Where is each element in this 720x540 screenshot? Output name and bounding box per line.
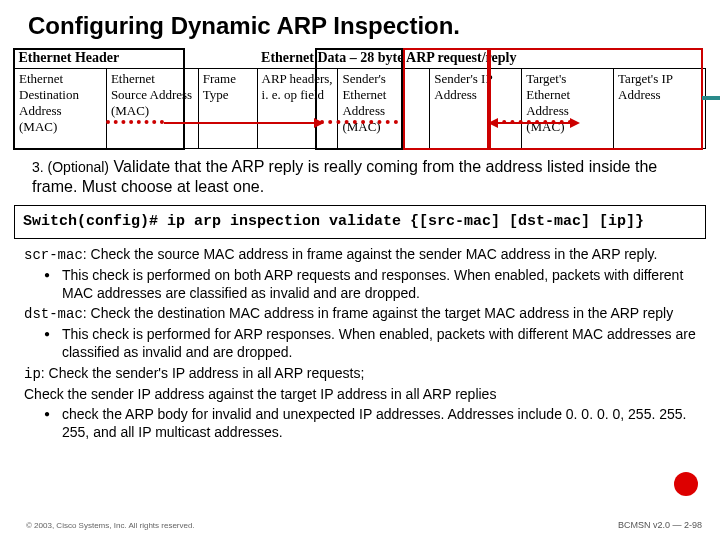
slide-title: Configuring Dynamic ARP Inspection. (0, 0, 720, 44)
arrow-src-link (164, 122, 316, 124)
desc-ip-line2: Check the sender IP address against the … (24, 385, 696, 403)
brace-eth-src (106, 120, 164, 124)
desc-dst-mac: dst-mac: Check the destination MAC addre… (24, 304, 696, 323)
packet-diagram: Ethernet Header Ethernet Data – 28 byte … (14, 50, 706, 149)
arrow-target-link-head-l (488, 118, 498, 128)
red-dot-icon (674, 472, 698, 496)
arrow-src-link-head (314, 118, 324, 128)
command-box: Switch(config)# ip arp inspection valida… (14, 205, 706, 239)
overlay-frame-left (13, 48, 185, 150)
brace-sender-mac (320, 120, 398, 124)
overlay-frame-sender-ip (403, 48, 489, 150)
description-block: scr-mac: Check the source MAC address in… (24, 245, 696, 442)
overlay-frame-right (489, 48, 703, 150)
step-body: Validate that the ARP reply is really co… (32, 158, 657, 195)
desc-src-mac: scr-mac: Check the source MAC address in… (24, 245, 696, 264)
footer-slide-ref: BCMSN v2.0 — 2-98 (618, 520, 702, 530)
step-number: 3. (Optional) (32, 159, 109, 175)
teal-accent-bar (702, 96, 720, 100)
desc-src-mac-detail: This check is performed on both ARP requ… (24, 266, 696, 302)
overlay-frame-sender-mac (315, 48, 403, 150)
arrow-target-link (496, 122, 572, 124)
arrow-target-link-head-r (570, 118, 580, 128)
desc-dst-mac-detail: This check is performed for ARP response… (24, 325, 696, 361)
step-3-text: 3. (Optional) Validate that the ARP repl… (32, 157, 696, 197)
desc-ip-detail: check the ARP body for invalid and unexp… (24, 405, 696, 441)
cell-frame-type: Frame Type (198, 69, 257, 149)
desc-ip: ip: Check the sender's IP address in all… (24, 364, 696, 383)
footer-copyright: © 2003, Cisco Systems, Inc. All rights r… (26, 521, 195, 530)
